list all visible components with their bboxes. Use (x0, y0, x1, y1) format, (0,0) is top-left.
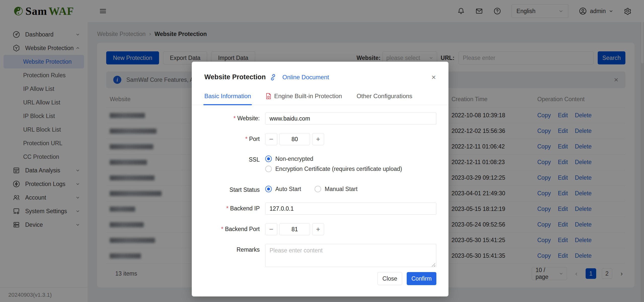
website-input[interactable] (265, 112, 436, 125)
manual-start-radio[interactable]: Manual Start (315, 184, 357, 194)
backend-port-increase-button[interactable]: + (312, 223, 324, 235)
radio-checked-icon (265, 186, 272, 192)
port-increase-button[interactable]: + (312, 133, 324, 145)
auto-start-radio[interactable]: Auto Start (265, 184, 301, 194)
tab-other-configurations[interactable]: Other Configurations (357, 93, 412, 105)
port-decrease-button[interactable]: − (265, 133, 277, 145)
protection-form: Website: Port − 80 + SSL Non-encrypted E… (192, 105, 448, 269)
ssl-encryption-certificate-radio[interactable]: Encryption Certificate (requires certifi… (265, 164, 436, 174)
dialog-tabs: Basic Information Engine Built-in Protec… (192, 93, 448, 105)
tab-engine-built-in-protection[interactable]: Engine Built-in Protection (266, 93, 342, 105)
remarks-textarea[interactable] (265, 244, 436, 267)
backend-ip-field-label: Backend IP (192, 203, 260, 212)
link-icon (269, 73, 277, 81)
online-document-link[interactable]: Online Document (282, 74, 329, 81)
ssl-field-label: SSL (192, 154, 260, 163)
tab-basic-information[interactable]: Basic Information (204, 93, 251, 105)
port-field-label: Port (192, 133, 260, 142)
remarks-field-label: Remarks (192, 244, 260, 253)
ssl-non-encrypted-radio[interactable]: Non-encrypted (265, 154, 436, 164)
dialog-close-icon[interactable]: × (431, 73, 436, 81)
radio-unchecked-icon (315, 186, 321, 192)
start-status-field-label: Start Status (192, 184, 260, 193)
radio-unchecked-icon (265, 166, 272, 172)
backend-port-value[interactable]: 81 (279, 223, 310, 235)
dialog-title: Website Protection (204, 73, 266, 81)
backend-port-field-label: Backend Port (192, 223, 260, 233)
port-value[interactable]: 80 (279, 133, 310, 145)
radio-checked-icon (265, 156, 272, 162)
confirm-button[interactable]: Confirm (407, 272, 436, 285)
dialog-footer: Close Confirm (192, 272, 448, 285)
file-shield-icon (266, 93, 272, 99)
website-protection-dialog: Website Protection Online Document × Bas… (192, 62, 448, 296)
backend-port-decrease-button[interactable]: − (265, 223, 277, 235)
close-button[interactable]: Close (377, 272, 402, 285)
backend-ip-input[interactable] (265, 203, 436, 215)
website-field-label: Website: (192, 112, 260, 122)
